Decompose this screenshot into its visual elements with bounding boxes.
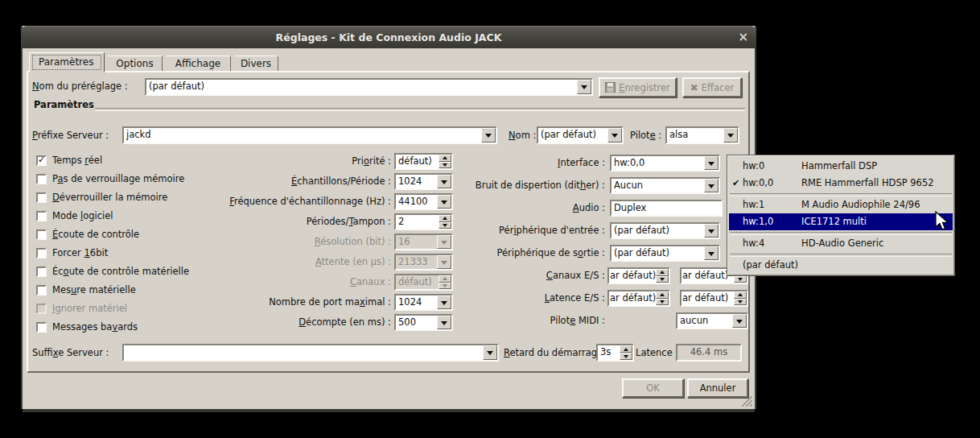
start-delay-label: Retard du démarrage :: [504, 344, 609, 362]
sample-rate-label: Fréquence d'échantillonnage (Hz) :: [167, 193, 391, 210]
dropdown-arrow-icon[interactable]: [723, 128, 738, 143]
checkbox-ignore-hw[interactable]: Ignorer matériel: [36, 300, 127, 316]
mouse-cursor: [933, 211, 951, 232]
interface-device-menu: hw:0 Hammerfall DSP ✔ hw:0,0 RME Hammerf…: [727, 155, 955, 276]
tab-options[interactable]: Options: [108, 56, 163, 71]
wait-time-label: Attente (en µs) :: [167, 254, 391, 271]
spin-buttons[interactable]: [620, 345, 632, 360]
erase-button[interactable]: ✖ Effacer: [682, 77, 742, 97]
save-button[interactable]: Enregistrer: [599, 77, 677, 97]
server-prefix-label: Préfixe Serveur :: [32, 126, 109, 144]
checkbox-soft-mode[interactable]: Mode logiciel: [36, 208, 113, 224]
server-name-label: Nom :: [509, 126, 536, 144]
frames-per-period-label: Échantillons/Période :: [167, 173, 391, 190]
driver-combo[interactable]: alsa: [665, 126, 739, 144]
erase-icon: ✖: [690, 82, 698, 93]
driver-label: Pilote :: [630, 126, 661, 144]
audio-label: Audio :: [425, 200, 605, 217]
audio-entry[interactable]: Duplex: [610, 200, 723, 217]
spin-buttons[interactable]: [656, 269, 669, 283]
save-icon: [605, 82, 616, 93]
dropdown-arrow-icon[interactable]: [704, 246, 719, 260]
check-icon: ✓: [38, 155, 45, 165]
preset-label: Nom du préréglage :: [32, 77, 128, 95]
input-device-combo[interactable]: (par défaut): [610, 222, 720, 239]
channels-label: Canaux :: [167, 274, 391, 291]
channels-io-label: Canaux E/S :: [425, 267, 605, 284]
output-device-combo[interactable]: (par défaut): [610, 245, 720, 262]
dither-combo[interactable]: Aucun: [610, 177, 720, 194]
latency-io-label: Latence E/S :: [425, 290, 605, 307]
server-suffix-label: Suffixe Serveur :: [32, 344, 109, 362]
dropdown-arrow-icon[interactable]: [704, 156, 719, 170]
checkbox-verbose[interactable]: Messages bavards: [36, 319, 138, 335]
checkbox-no-memory-lock[interactable]: Pas de verrouillage mémoire: [36, 171, 184, 187]
start-delay-spinner[interactable]: 3s: [596, 344, 634, 362]
server-suffix-combo[interactable]: [122, 344, 499, 362]
checkbox-hw-meter[interactable]: Mesure matérielle: [36, 282, 136, 298]
dropdown-arrow-icon[interactable]: [704, 224, 719, 238]
dither-label: Bruit de dispertion (dither) :: [425, 177, 605, 194]
midi-driver-combo[interactable]: aucun: [676, 312, 748, 329]
dropdown-arrow-icon[interactable]: [483, 345, 497, 360]
word-length-label: Résolution (bit) :: [167, 233, 391, 250]
desktop: { "window": { "title": "Réglages - Kit d…: [0, 0, 980, 438]
menu-item-hw4[interactable]: hw:4 HD-Audio Generic: [729, 235, 953, 252]
menu-item-default[interactable]: (par défaut): [729, 257, 953, 274]
dropdown-arrow-icon[interactable]: [607, 128, 622, 143]
latency-out-spinner[interactable]: ar défaut): [680, 290, 748, 307]
tab-parametres-label: Paramètres: [32, 55, 101, 70]
spin-buttons[interactable]: [656, 291, 669, 305]
selected-check-icon: ✔: [732, 175, 739, 192]
latency-display-value: 46.4 ms: [676, 344, 742, 362]
latency-in-spinner[interactable]: ar défaut): [607, 290, 670, 307]
midi-driver-label: Pilote MIDI :: [425, 312, 605, 329]
tab-divers[interactable]: Divers: [234, 56, 278, 71]
window-title: Réglages - Kit de Connexion Audio JACK: [21, 27, 756, 49]
interface-combo[interactable]: hw:0,0: [610, 155, 720, 171]
max-ports-label: Nombre de port maximal :: [167, 294, 391, 311]
interface-label: Interface :: [425, 155, 605, 171]
timeout-label: Décompte (en ms) :: [167, 314, 391, 331]
server-name-combo[interactable]: (par défaut): [537, 126, 624, 144]
resize-grip[interactable]: [739, 394, 752, 407]
checkbox-monitor[interactable]: Écoute de contrôle: [36, 226, 139, 242]
dropdown-arrow-icon[interactable]: [481, 128, 496, 143]
tab-affichage[interactable]: Affichage: [166, 56, 231, 71]
channels-in-spinner[interactable]: ar défaut): [607, 267, 670, 284]
checkbox-hw-monitor[interactable]: Écoute de contrôle matérielle: [36, 263, 189, 279]
menu-item-hw0[interactable]: hw:0 Hammerfall DSP: [729, 158, 953, 175]
checkbox-unlock-memory[interactable]: Déverrouiller la mémoire: [36, 189, 167, 205]
menu-item-hw00[interactable]: ✔ hw:0,0 RME Hammerfall HDSP 9652: [729, 175, 953, 192]
dropdown-arrow-icon[interactable]: [577, 80, 591, 94]
titlebar[interactable]: Réglages - Kit de Connexion Audio JACK ×: [21, 26, 756, 48]
tab-parametres[interactable]: Paramètres: [29, 52, 105, 72]
dropdown-arrow-icon[interactable]: [704, 179, 719, 192]
checkbox-force-16bit[interactable]: Forcer 16bit: [36, 245, 108, 261]
settings-dialog: Réglages - Kit de Connexion Audio JACK ×…: [23, 26, 755, 409]
menu-item-hw10-highlighted[interactable]: hw:1,0 ICE1712 multi: [729, 213, 953, 230]
group-frame-line: [95, 108, 745, 111]
preset-combo[interactable]: (par défaut): [145, 78, 593, 96]
server-prefix-combo[interactable]: jackd: [122, 126, 497, 144]
ok-button[interactable]: OK: [622, 378, 684, 398]
latency-display-label: Latence :: [636, 344, 678, 362]
periods-per-buffer-label: Périodes/Tampon :: [167, 213, 391, 230]
checkbox-temps-reel[interactable]: ✓ Temps réel: [36, 152, 102, 168]
spin-buttons[interactable]: [734, 291, 747, 305]
group-title: Paramètres: [34, 99, 94, 110]
priority-label: Priorité :: [167, 153, 391, 170]
output-device-label: Périphérique de sortie :: [425, 245, 605, 262]
menu-item-hw1[interactable]: hw:1 M Audio Audiophile 24/96: [729, 196, 953, 213]
input-device-label: Périphérique d'entrée :: [425, 222, 605, 239]
close-icon[interactable]: ×: [738, 27, 748, 49]
dropdown-arrow-icon[interactable]: [732, 314, 747, 328]
